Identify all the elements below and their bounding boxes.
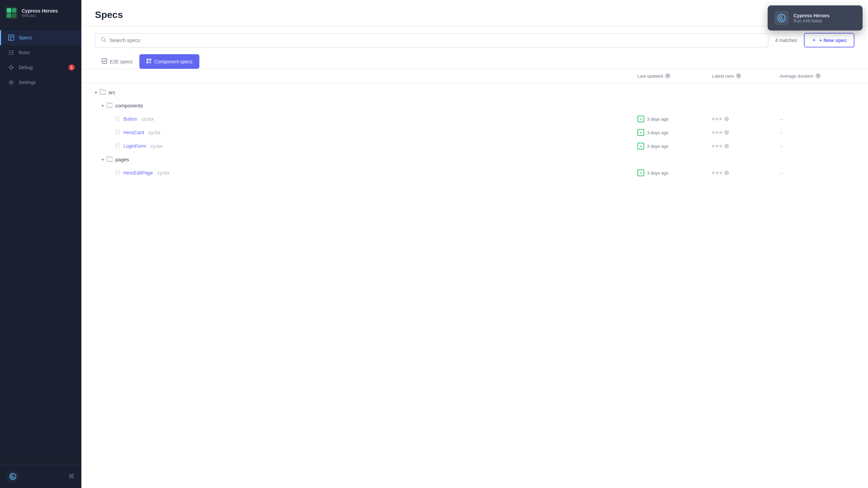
run-dot: [716, 131, 718, 134]
svg-point-15: [10, 66, 13, 69]
file-icon-herocard: [115, 129, 120, 136]
file-icon-heroeditpage: [115, 170, 120, 176]
run-dot: [712, 171, 715, 174]
file-name-loginform: LoginForm.cy.tsx: [108, 143, 637, 149]
file-row-button[interactable]: Button.cy.tsx + 3 days ago: [108, 112, 854, 126]
file-name-primary-herocard: HeroCard: [123, 130, 144, 135]
file-row-loginform[interactable]: LoginForm.cy.tsx + 3 days ago: [108, 139, 854, 153]
run-dots-heroeditpage: [712, 171, 722, 174]
latest-runs-help-icon[interactable]: ?: [736, 73, 741, 79]
sidebar-item-specs-label: Specs: [19, 35, 32, 40]
avg-duration-help-icon[interactable]: ?: [815, 73, 821, 79]
search-bar-row: 4 matches ＋ + New spec: [81, 26, 868, 54]
sidebar-nav: Specs Runs: [0, 26, 81, 465]
search-container: [95, 33, 768, 47]
toast-message: Run #48 failed: [793, 18, 830, 23]
avg-duration-heroeditpage: --: [780, 170, 854, 176]
toast-notification[interactable]: Cypress Heroes Run #48 failed: [768, 5, 863, 30]
matches-badge: 4 matches: [772, 38, 800, 43]
app-logo: [5, 7, 18, 19]
folder-components-icon: [106, 102, 113, 109]
file-ext-loginform: .cy.tsx: [150, 143, 163, 149]
folder-src-icon: [100, 89, 106, 96]
svg-rect-3: [7, 13, 11, 18]
folder-components[interactable]: ▾ components: [102, 99, 854, 112]
svg-point-47: [781, 17, 782, 19]
col-header-avg-duration: Average duration ?: [780, 73, 854, 79]
file-ext-herocard: .cy.tsx: [147, 130, 161, 135]
folder-pages-name: pages: [115, 157, 129, 162]
folder-pages[interactable]: ▾ pages: [102, 153, 854, 166]
sidebar-item-debug[interactable]: Debug 1: [0, 60, 81, 75]
debug-icon: [8, 64, 15, 71]
run-dot: [719, 145, 722, 147]
svg-line-24: [104, 41, 106, 42]
run-dot: [716, 145, 718, 147]
sidebar-footer: ⌘: [0, 465, 81, 488]
folder-components-name: components: [115, 103, 143, 108]
specs-icon: [8, 34, 15, 41]
folder-pages-icon: [106, 156, 113, 163]
search-input[interactable]: [110, 37, 763, 43]
svg-rect-4: [12, 13, 16, 18]
latest-runs-loginform: [712, 144, 780, 148]
file-tree: ▾ src ▾ components: [81, 83, 868, 488]
chevron-pages-icon: ▾: [102, 157, 104, 162]
latest-runs-herocard: [712, 130, 780, 135]
component-tab-icon: [146, 58, 152, 65]
col-header-latest-runs: Latest runs ?: [712, 73, 780, 79]
file-icon-button: [115, 116, 120, 122]
svg-rect-1: [7, 8, 11, 13]
run-dot: [719, 118, 722, 120]
run-dots-button: [712, 118, 722, 120]
run-circle-button: [724, 117, 729, 121]
run-dot: [712, 118, 715, 120]
run-dot: [712, 145, 715, 147]
file-ext-heroeditpage: .cy.tsx: [156, 170, 170, 176]
svg-rect-28: [146, 61, 149, 63]
avg-duration-button: --: [780, 117, 854, 122]
sidebar-item-settings[interactable]: Settings: [0, 75, 81, 90]
toast-logo: [774, 11, 789, 25]
run-dot: [712, 131, 715, 134]
file-name-herocard: HeroCard.cy.tsx: [108, 129, 637, 136]
svg-rect-29: [149, 61, 151, 63]
latest-runs-button: [712, 117, 780, 121]
sidebar-item-runs[interactable]: Runs: [0, 45, 81, 60]
chevron-components-icon: ▾: [102, 103, 104, 108]
sidebar-header: Cypress Heroes 9441de2: [0, 0, 81, 26]
new-spec-button[interactable]: ＋ + New spec: [804, 33, 854, 47]
run-circle-herocard: [724, 130, 729, 135]
file-ext-button: .cy.tsx: [140, 116, 154, 122]
update-icon-heroeditpage: +: [637, 169, 644, 176]
chevron-src-icon: ▾: [95, 90, 97, 95]
run-dot: [719, 131, 722, 134]
topbar: Specs: [81, 0, 868, 26]
folder-src[interactable]: ▾ src: [95, 86, 854, 99]
settings-icon: [8, 79, 15, 86]
sidebar-item-specs[interactable]: Specs: [0, 30, 81, 45]
latest-runs-heroeditpage: [712, 170, 780, 175]
col-header-last-updated: Last updated ?: [637, 73, 712, 79]
run-dot: [719, 171, 722, 174]
tab-component-specs[interactable]: Component specs: [139, 54, 199, 69]
svg-point-22: [13, 476, 14, 477]
app-id: 9441de2: [22, 14, 58, 18]
new-spec-plus-icon: ＋: [811, 37, 816, 43]
file-icon-loginform: [115, 143, 120, 149]
file-name-heroeditpage: HeroEditPage.cy.tsx: [108, 170, 637, 176]
search-icon: [101, 37, 106, 44]
last-updated-button: + 3 days ago: [637, 116, 712, 122]
file-name-button: Button.cy.tsx: [108, 116, 637, 122]
tab-e2e-specs[interactable]: E2E specs: [95, 54, 139, 69]
file-row-herocard[interactable]: HeroCard.cy.tsx + 3 days ago: [108, 126, 854, 139]
avg-duration-herocard: --: [780, 130, 854, 135]
app-name: Cypress Heroes: [22, 8, 58, 14]
debug-badge: 1: [68, 64, 75, 70]
toast-app-name: Cypress Heroes: [793, 13, 830, 18]
last-updated-help-icon[interactable]: ?: [665, 73, 670, 79]
sidebar-item-settings-label: Settings: [19, 80, 36, 85]
file-row-heroeditpage[interactable]: HeroEditPage.cy.tsx + 3 days ago: [108, 166, 854, 180]
main-content: Specs 4 matches ＋ + New spec: [81, 0, 868, 488]
cypress-logo-footer[interactable]: [7, 470, 19, 483]
